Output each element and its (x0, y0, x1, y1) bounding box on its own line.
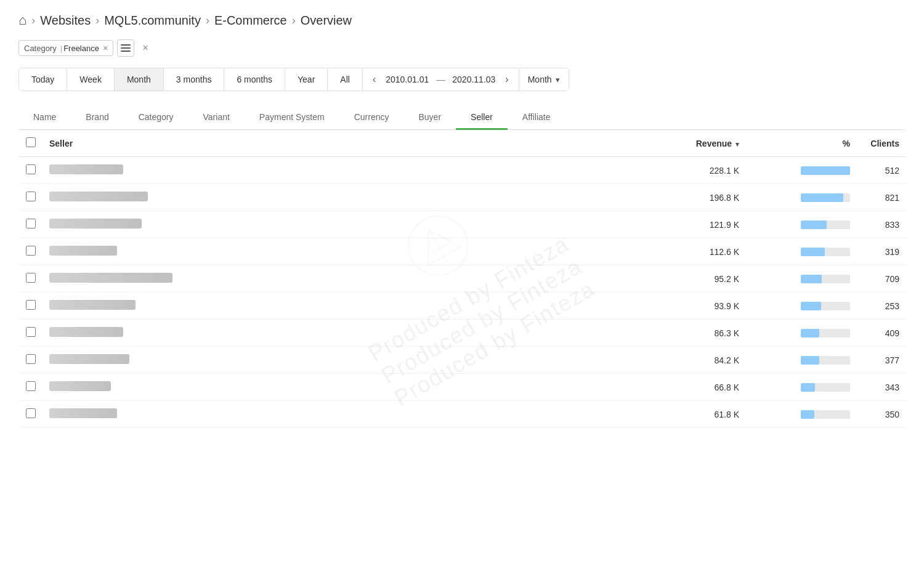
tab-brand[interactable]: Brand (71, 106, 123, 130)
seller-name-cell (43, 184, 659, 211)
groupby-selector[interactable]: Month ▾ (519, 68, 569, 91)
tab-category[interactable]: Category (124, 106, 188, 130)
bar-fill (801, 275, 822, 283)
seller-name-blurred[interactable] (49, 164, 123, 174)
revenue-cell: 93.9 K (659, 293, 745, 320)
bar-background (801, 220, 850, 229)
breadcrumb-sep-1: › (95, 14, 99, 27)
row-checkbox[interactable] (26, 273, 36, 283)
breadcrumb-websites[interactable]: Websites (40, 14, 91, 28)
seller-name-cell (43, 293, 659, 320)
clients-cell: 821 (856, 184, 906, 211)
tab-affiliate[interactable]: Affiliate (508, 106, 565, 130)
date-next-btn[interactable]: › (503, 69, 511, 90)
clients-cell: 350 (856, 401, 906, 428)
seller-name-blurred[interactable] (49, 354, 129, 364)
table-row: 84.2 K377 (18, 347, 906, 374)
tab-payment-system[interactable]: Payment System (245, 106, 339, 130)
revenue-cell: 112.6 K (659, 238, 745, 265)
tab-variant[interactable]: Variant (188, 106, 245, 130)
bar-background (801, 166, 850, 175)
row-checkbox[interactable] (26, 354, 36, 364)
row-checkbox[interactable] (26, 327, 36, 337)
table-row: 228.1 K512 (18, 157, 906, 184)
bar-container (752, 356, 850, 365)
row-checkbox-cell (18, 211, 43, 238)
clients-cell: 377 (856, 347, 906, 374)
table-body: 228.1 K512196.8 K821121.9 K833112.6 K319… (18, 157, 906, 428)
revenue-cell: 95.2 K (659, 265, 745, 293)
seller-name-blurred[interactable] (49, 327, 123, 337)
data-table: Seller Revenue ▾ % Clients 228.1 K512196… (18, 130, 906, 428)
revenue-cell: 84.2 K (659, 347, 745, 374)
tabs-row: NameBrandCategoryVariantPayment SystemCu… (18, 106, 906, 130)
data-table-wrapper: Seller Revenue ▾ % Clients 228.1 K512196… (18, 130, 906, 428)
header-revenue[interactable]: Revenue ▾ (659, 130, 745, 157)
row-checkbox[interactable] (26, 408, 36, 418)
date-dash: — (436, 75, 445, 84)
tab-currency[interactable]: Currency (339, 106, 404, 130)
bar-container (752, 410, 850, 419)
breadcrumb-overview[interactable]: Overview (301, 14, 352, 28)
bar-background (801, 383, 850, 392)
select-all-checkbox[interactable] (26, 137, 36, 147)
seller-name-blurred[interactable] (49, 381, 111, 391)
tab-seller[interactable]: Seller (456, 106, 508, 130)
row-checkbox[interactable] (26, 381, 36, 391)
breadcrumb-ecommerce[interactable]: E-Commerce (214, 14, 287, 28)
breadcrumb-sep-2: › (206, 14, 209, 27)
table-header: Seller Revenue ▾ % Clients (18, 130, 906, 157)
time-btn-3-months[interactable]: 3 months (164, 68, 225, 91)
row-checkbox-cell (18, 157, 43, 184)
revenue-cell: 66.8 K (659, 374, 745, 401)
bar-background (801, 329, 850, 338)
seller-name-cell (43, 320, 659, 347)
bar-container (752, 383, 850, 392)
row-checkbox-cell (18, 320, 43, 347)
table-row: 61.8 K350 (18, 401, 906, 428)
breadcrumb-sep-3: › (292, 14, 296, 27)
seller-name-cell (43, 347, 659, 374)
row-checkbox-cell (18, 184, 43, 211)
time-btn-year[interactable]: Year (285, 68, 328, 91)
time-btn-today[interactable]: Today (19, 68, 67, 91)
bar-container (752, 166, 850, 175)
clients-cell: 343 (856, 374, 906, 401)
home-icon[interactable]: ⌂ (18, 12, 26, 28)
bar-container (752, 193, 850, 202)
bar-fill (801, 248, 825, 256)
row-checkbox[interactable] (26, 164, 36, 174)
row-checkbox[interactable] (26, 246, 36, 256)
filter-tag-close-btn[interactable]: × (103, 43, 108, 53)
breadcrumb-mql5[interactable]: MQL5.community (104, 14, 201, 28)
bar-background (801, 275, 850, 283)
tab-name[interactable]: Name (18, 106, 71, 130)
svg-rect-0 (121, 44, 131, 46)
time-btn-6-months[interactable]: 6 months (224, 68, 285, 91)
row-checkbox[interactable] (26, 192, 36, 201)
seller-name-blurred[interactable] (49, 192, 148, 201)
bar-background (801, 410, 850, 419)
time-btn-month[interactable]: Month (115, 68, 164, 91)
seller-name-blurred[interactable] (49, 219, 142, 228)
seller-name-blurred[interactable] (49, 408, 117, 418)
filter-clear-btn[interactable]: × (138, 41, 153, 55)
row-checkbox-cell (18, 293, 43, 320)
row-checkbox[interactable] (26, 300, 36, 310)
bar-background (801, 356, 850, 365)
header-checkbox-col (18, 130, 43, 157)
header-seller: Seller (43, 130, 659, 157)
seller-name-blurred[interactable] (49, 273, 172, 283)
seller-name-cell (43, 401, 659, 428)
seller-name-blurred[interactable] (49, 300, 136, 310)
tab-buyer[interactable]: Buyer (403, 106, 456, 130)
svg-rect-1 (121, 47, 131, 49)
filter-row: Category | Freelance × × (18, 39, 906, 57)
date-prev-btn[interactable]: ‹ (370, 69, 378, 90)
row-checkbox[interactable] (26, 219, 36, 228)
bar-container (752, 275, 850, 283)
time-btn-week[interactable]: Week (67, 68, 115, 91)
filter-icon-button[interactable] (117, 39, 134, 57)
time-btn-all[interactable]: All (328, 68, 362, 91)
seller-name-blurred[interactable] (49, 246, 117, 256)
